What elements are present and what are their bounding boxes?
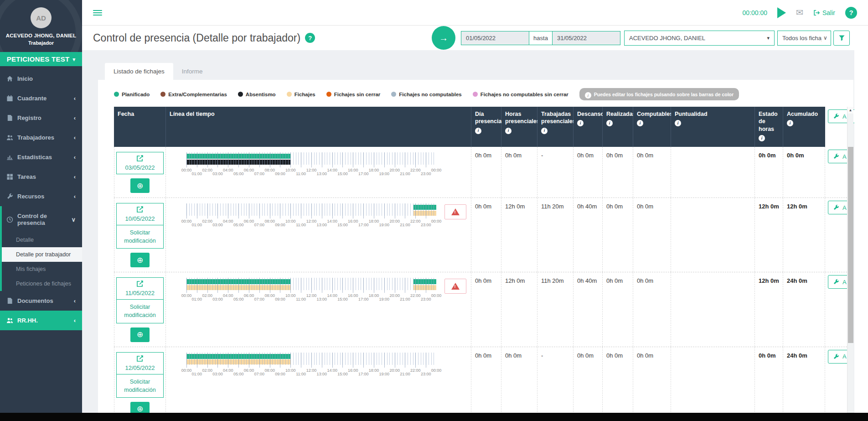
- sidebar-item-recursos[interactable]: Recursos‹: [0, 187, 82, 206]
- worker-select[interactable]: ACEVEDO JHONG, DANIEL ▾: [624, 31, 775, 46]
- users-icon: [6, 317, 13, 324]
- help-button[interactable]: ?: [845, 7, 857, 19]
- date-to-input[interactable]: 31/05/2022: [552, 31, 620, 45]
- info-icon[interactable]: i: [787, 120, 793, 126]
- column-header-computables: Computablesi: [633, 107, 671, 147]
- legend-color-dot: [238, 92, 243, 97]
- edit-day-button[interactable]: 12/05/2022: [116, 352, 164, 374]
- column-header-label: Puntualidad: [675, 110, 751, 118]
- users-icon: [6, 134, 13, 141]
- warning-triangle-icon: [451, 208, 460, 215]
- menu-toggle-icon[interactable]: [93, 10, 102, 16]
- sidebar-item-inicio[interactable]: Inicio: [0, 69, 82, 88]
- timeline-hour-label: 21:00: [400, 223, 410, 227]
- sidebar-item-label: Control de presencia: [17, 213, 67, 226]
- scroll-up-button[interactable]: ▲: [847, 107, 853, 114]
- request-modification-button[interactable]: Solicitar modificación: [116, 225, 164, 249]
- timeline-hour-label: 21:00: [400, 372, 410, 376]
- timeline-hour-label: 12:00: [306, 168, 317, 172]
- sidebar-item-detalle[interactable]: Detalle: [2, 233, 82, 247]
- apply-filters-button[interactable]: →: [432, 26, 455, 50]
- cell-acumulado: 24h 0m: [783, 272, 825, 346]
- cell-descanso: 0h 40m: [574, 198, 603, 272]
- play-timer-button[interactable]: [777, 7, 786, 18]
- sidebar-item-peticiones-de-fichajes[interactable]: Peticiones de fichajes: [2, 276, 82, 291]
- legend-color-dot: [473, 92, 478, 97]
- edit-day-button[interactable]: 03/05/2022: [116, 152, 164, 174]
- timeline-hour-label: 19:00: [379, 297, 390, 301]
- cell-d-a-presencial: 0h 0m: [471, 198, 501, 272]
- sidebar-item-cuadrante[interactable]: Cuadrante‹: [0, 88, 82, 108]
- timeline-hour-label: 09:00: [275, 223, 285, 227]
- vertical-scrollbar[interactable]: ▲: [847, 107, 853, 421]
- org-selector[interactable]: PETICIONES TEST▾: [0, 52, 82, 66]
- timeline-hour-label: 11:00: [296, 223, 306, 227]
- timeline-hour-label: 00:00: [181, 368, 192, 373]
- actions-button[interactable]: A: [828, 350, 847, 364]
- timeline-hour-label: 22:00: [410, 168, 421, 172]
- add-fichaje-button[interactable]: ⊕: [130, 178, 150, 193]
- request-modification-button[interactable]: Solicitar modificación: [116, 374, 164, 398]
- page-help-button[interactable]: ?: [305, 33, 315, 43]
- timeline-hour-label: 18:00: [369, 219, 379, 223]
- info-icon[interactable]: i: [675, 120, 681, 126]
- info-icon[interactable]: i: [637, 120, 643, 126]
- timeline-hour-label: 00:00: [431, 219, 442, 223]
- column-header-puntualidad: Puntualidadi: [671, 107, 755, 147]
- edit-day-button[interactable]: 11/05/2022: [116, 277, 164, 300]
- date-from-input[interactable]: 01/05/2022: [461, 31, 529, 45]
- timeline-plot: 00:0001:0002:0003:0004:0005:0006:0007:00…: [186, 353, 436, 375]
- info-icon[interactable]: i: [606, 120, 613, 126]
- timeline-hour-label: 01:00: [192, 172, 202, 176]
- timeline-hour-label: 18:00: [369, 368, 379, 373]
- chart-icon: [6, 154, 13, 161]
- column-header-realizadas: Realizadasi: [603, 107, 633, 147]
- info-icon[interactable]: i: [577, 120, 584, 126]
- request-modification-button[interactable]: Solicitar modificación: [116, 300, 164, 323]
- timeline-hour-label: 14:00: [327, 168, 337, 172]
- actions-button[interactable]: A: [828, 275, 847, 289]
- filter-button[interactable]: [833, 31, 850, 46]
- timeline-hour-label: 20:00: [389, 293, 400, 298]
- add-fichaje-button[interactable]: ⊕: [130, 327, 150, 342]
- sidebar-item-registro[interactable]: Registro‹: [0, 108, 82, 128]
- sidebar-item-tareas[interactable]: Tareas‹: [0, 167, 82, 187]
- content-card: PlanificadoExtra/ComplementariasAbsentis…: [98, 80, 853, 421]
- actions-button[interactable]: A: [828, 201, 847, 214]
- edit-day-button[interactable]: 10/05/2022: [116, 203, 164, 225]
- add-fichaje-button[interactable]: ⊕: [130, 253, 150, 267]
- warning-button[interactable]: [444, 204, 466, 219]
- column-header-horas-presenciales: Horas presencialesi: [501, 107, 537, 147]
- tab-informe[interactable]: Informe: [173, 63, 212, 80]
- timeline-hour-label: 16:00: [348, 293, 358, 298]
- scrollbar-thumb[interactable]: [848, 147, 853, 343]
- table-row: 11/05/2022Solicitar modificación⊕00:0001…: [114, 272, 847, 347]
- column-header-label: Fecha: [118, 110, 162, 118]
- sidebar-item-estad-sticas[interactable]: Estadísticas‹: [0, 147, 82, 167]
- sidebar-item-control-de-presencia[interactable]: Control de presencia∨: [2, 206, 82, 233]
- sidebar-item-detalle-por-trabajador[interactable]: Detalle por trabajador: [2, 247, 82, 262]
- timeline-hour-label: 10:00: [285, 219, 296, 223]
- tab-listado-de-fichajes[interactable]: Listado de fichajes: [105, 63, 173, 80]
- user-name: ACEVEDO JHONG, DANIEL: [3, 33, 79, 38]
- actions-button[interactable]: A: [828, 150, 847, 163]
- actions-button-label: A: [842, 353, 847, 360]
- timeline-hour-ticks: [186, 278, 436, 293]
- mail-icon[interactable]: ✉: [796, 7, 803, 18]
- info-icon[interactable]: i: [505, 128, 512, 134]
- warning-button[interactable]: [444, 279, 466, 294]
- timeline-hour-label: 21:00: [400, 297, 410, 301]
- cell-descanso: 0h 0m: [574, 347, 603, 421]
- info-icon[interactable]: i: [541, 128, 548, 134]
- fecha-cell: 03/05/2022⊕: [114, 147, 166, 198]
- sidebar-item-mis-fichajes[interactable]: Mis fichajes: [2, 262, 82, 276]
- sidebar-item-documentos[interactable]: Documentos‹: [0, 291, 82, 311]
- sidebar-item-trabajadores[interactable]: Trabajadores‹: [0, 128, 82, 147]
- info-icon[interactable]: i: [759, 135, 765, 141]
- wrench-icon: [833, 279, 839, 285]
- info-icon[interactable]: i: [475, 128, 481, 134]
- logout-button[interactable]: Salir: [813, 9, 835, 16]
- sidebar-item-rr-hh[interactable]: RR.HH.‹: [0, 311, 82, 330]
- logout-icon: [813, 10, 820, 16]
- fichajes-type-select[interactable]: Todos los fichajes ∨: [777, 31, 831, 46]
